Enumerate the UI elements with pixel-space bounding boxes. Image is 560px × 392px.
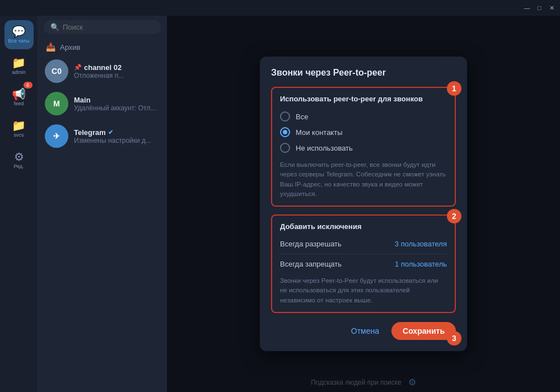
radio-label-all: Все [296,113,308,121]
pin-icon: 📌 [74,64,82,71]
section2-description: Звонки через Peer-to-Peer будут использо… [280,276,447,305]
avatar-main: M [45,92,68,115]
avatar-telegram: ✈ [45,124,68,148]
dialog-footer: Отмена Сохранить 3 [271,322,456,340]
radio-none[interactable]: Не использовать [280,140,447,156]
left-nav: 💬 Все чаты 📁 admin 📢 feed 6 📁 svcs ⚙ Ред… [0,16,38,392]
chat-preview-telegram: Изменены настройки д... [74,137,160,144]
exceptions-row-deny[interactable]: Всегда запрещать 1 пользователь [280,256,447,272]
chat-item-telegram[interactable]: ✈ Telegram ✔ Изменены настройки д... [38,120,166,152]
archive-label-text: Архив [60,43,80,52]
exceptions-divider [280,254,447,254]
radio-circle-none [280,143,290,153]
chat-info-telegram: Telegram ✔ Изменены настройки д... [74,128,160,144]
section1-title: Использовать peer-to-peer для звонков [280,95,447,103]
section1-wrapper: Использовать peer-to-peer для звонков Вс… [271,87,456,207]
search-input-container[interactable]: 🔍 [44,20,161,34]
always-allow-label: Всегда разрешать [280,240,342,248]
section2-title: Добавить исключения [280,222,447,231]
dialog-title: Звонки через Peer-to-peer [271,68,456,78]
main-content: Звонки через Peer-to-peer Использовать p… [167,16,560,392]
section1-description: Если выключить peer-to-peer, все звонки … [280,160,447,199]
nav-label-admin: admin [12,69,26,75]
feed-icon: 📢 [12,88,26,100]
nav-label-edit: Ред. [13,164,24,169]
nav-item-wrap-feed: 📢 feed 6 [4,83,34,112]
save-button[interactable]: Сохранить [391,322,456,340]
always-allow-value: 3 пользователя [395,240,447,248]
admin-icon: 📁 [12,57,26,68]
avatar-c0: C0 [45,59,68,83]
svcs-icon: 📁 [12,120,26,131]
chat-item-c0[interactable]: C0 📌 channel 02 Отложенная п... [38,55,166,87]
nav-label-feed: feed [14,101,24,106]
nav-item-all-chats[interactable]: 💬 Все чаты [4,20,34,49]
nav-item-edit[interactable]: ⚙ Ред. [4,146,34,175]
close-button[interactable]: ✕ [548,4,556,12]
minimize-button[interactable]: — [523,4,531,12]
section2-wrapper: Добавить исключения Всегда разрешать 3 п… [271,214,456,313]
archive-row[interactable]: 📥 Архив [38,39,166,55]
overlay: Звонки через Peer-to-peer Использовать p… [167,16,560,392]
all-chats-icon: 💬 [12,26,26,37]
badge-2: 2 [447,209,461,223]
save-wrapper: Сохранить 3 [391,322,456,340]
chat-name-main: Main [74,96,160,104]
chat-info-c0: 📌 channel 02 Отложенная п... [74,63,160,80]
dialog: Звонки через Peer-to-peer Использовать p… [260,57,467,351]
nav-item-admin[interactable]: 📁 admin [4,52,34,81]
app-container: 💬 Все чаты 📁 admin 📢 feed 6 📁 svcs ⚙ Ред… [0,16,560,392]
badge-3: 3 [447,331,461,346]
archive-icon: 📥 [46,43,55,52]
radio-label-contacts: Мои контакты [296,128,343,137]
cancel-button[interactable]: Отмена [346,323,385,339]
always-deny-label: Всегда запрещать [280,260,342,268]
search-input[interactable] [63,23,154,31]
radio-contacts[interactable]: Мои контакты [280,124,447,140]
nav-item-svcs[interactable]: 📁 svcs [4,114,34,143]
always-deny-value: 1 пользователь [395,260,447,268]
telegram-avatar-icon: ✈ [53,132,60,141]
search-bar: 🔍 [38,16,166,39]
maximize-button[interactable]: □ [535,4,543,12]
nav-label-svcs: svcs [14,132,24,138]
exceptions-row-allow[interactable]: Всегда разрешать 3 пользователя [280,236,447,251]
radio-label-none: Не использовать [296,144,353,152]
edit-icon: ⚙ [14,151,24,162]
section2-box: Добавить исключения Всегда разрешать 3 п… [271,214,456,313]
nav-label-all-chats: Все чаты [8,38,29,44]
chat-name-telegram: Telegram ✔ [74,128,160,137]
radio-circle-contacts [280,127,290,137]
chat-name-c0: 📌 channel 02 [74,63,160,72]
chat-list-panel: 🔍 📥 Архив C0 📌 channel 02 Отложенная п..… [38,16,167,392]
badge-1: 1 [447,81,461,96]
title-bar: — □ ✕ [0,0,560,16]
chat-item-main[interactable]: M Main Удалённый аккаунт: Отл... [38,87,166,120]
chat-preview-main: Удалённый аккаунт: Отл... [74,104,160,112]
feed-badge: 6 [24,82,32,88]
verified-icon: ✔ [108,129,113,136]
search-icon: 🔍 [50,23,59,31]
chat-preview-c0: Отложенная п... [74,72,160,80]
radio-all[interactable]: Все [280,109,447,124]
chat-info-main: Main Удалённый аккаунт: Отл... [74,96,160,112]
section1-box: Использовать peer-to-peer для звонков Вс… [271,87,456,207]
radio-circle-all [280,111,290,122]
